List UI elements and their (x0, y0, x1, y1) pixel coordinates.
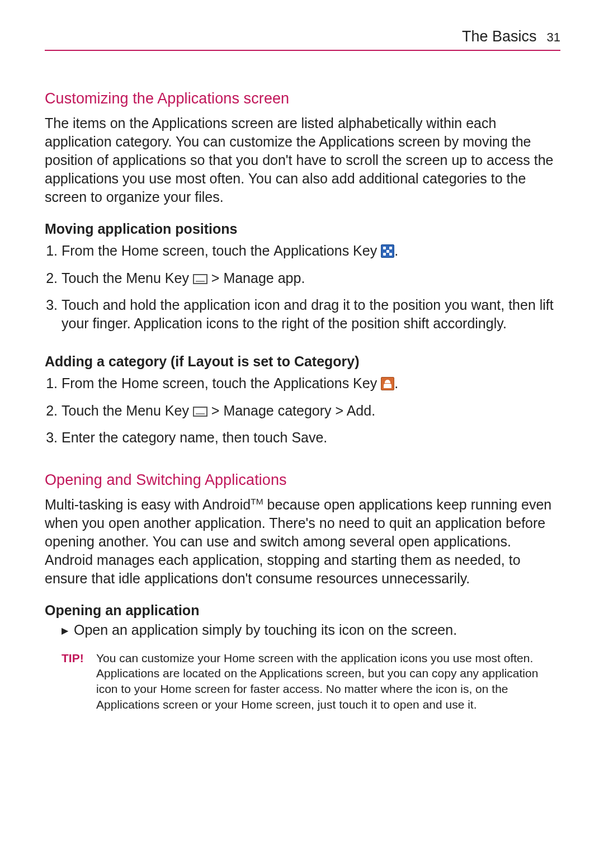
adding-step-3: Enter the category name, then touch Save… (62, 426, 560, 454)
heading-opening-app: Opening an application (45, 602, 560, 619)
heading-opening-switching: Opening and Switching Applications (45, 471, 560, 489)
page-header: The Basics 31 (45, 28, 560, 51)
adding-step-2: Touch the Menu Key > Manage category > A… (62, 399, 560, 427)
menu-key-icon (193, 274, 207, 284)
applications-key-icon (381, 377, 394, 390)
moving-step-3: Touch and hold the application icon and … (62, 294, 560, 339)
body-opening-switching: Multi-tasking is easy with AndroidTM bec… (45, 496, 560, 588)
moving-step-1: From the Home screen, touch the Applicat… (62, 240, 560, 267)
menu-key-icon (193, 407, 207, 417)
header-title: The Basics (462, 28, 537, 45)
trademark: TM (251, 496, 263, 506)
steps-adding: From the Home screen, touch the Applicat… (45, 373, 560, 454)
tip-block: TIP! You can customize your Home screen … (62, 650, 560, 713)
steps-moving: From the Home screen, touch the Applicat… (45, 240, 560, 339)
heading-customizing: Customizing the Applications screen (45, 90, 560, 107)
body-customizing: The items on the Applications screen are… (45, 114, 560, 206)
heading-adding: Adding a category (if Layout is set to C… (45, 353, 560, 370)
page-number: 31 (547, 30, 560, 45)
applications-key-icon (381, 244, 394, 258)
tip-label: TIP! (62, 650, 96, 713)
triangle-bullet-icon: ▶ (62, 625, 68, 636)
adding-step-1: From the Home screen, touch the Applicat… (62, 373, 560, 399)
moving-step-2: Touch the Menu Key > Manage app. (62, 267, 560, 294)
heading-moving: Moving application positions (45, 221, 560, 237)
opening-app-bullet: ▶ Open an application simply by touching… (62, 622, 560, 638)
tip-text: You can customize your Home screen with … (96, 650, 560, 713)
